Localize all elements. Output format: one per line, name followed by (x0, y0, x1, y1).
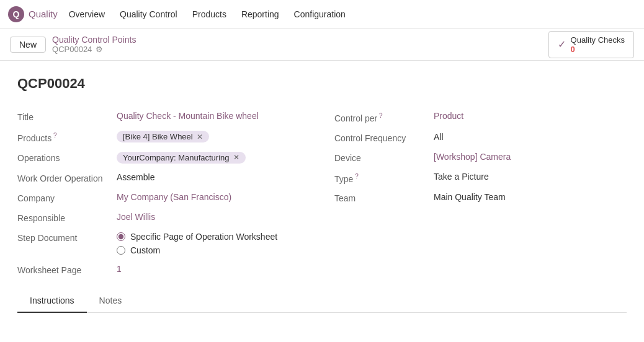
type-value[interactable]: Take a Picture (434, 172, 627, 182)
nav-reporting[interactable]: Reporting (235, 7, 285, 22)
products-row: Products ? [Bike 4] Bike Wheel ✕ (17, 126, 310, 147)
operations-tag-remove[interactable]: ✕ (233, 153, 239, 162)
tab-notes[interactable]: Notes (87, 289, 135, 313)
breadcrumb: Quality Control Points QCP00024 ⚙ (52, 35, 136, 54)
team-row: Team Main Quality Team (334, 188, 627, 208)
step-doc-option2-radio[interactable] (117, 246, 125, 255)
main-content: QCP00024 Title Quality Check - Mountain … (0, 61, 644, 328)
device-label: Device (334, 152, 434, 163)
action-bar: New Quality Control Points QCP00024 ⚙ ✓ … (0, 28, 644, 61)
title-row: Title Quality Check - Mountain Bike whee… (17, 107, 310, 126)
products-help-icon[interactable]: ? (51, 132, 56, 139)
form-right-column: Control per ? Product Control Frequency … (334, 107, 627, 279)
app-logo[interactable]: Q Quality (7, 6, 58, 23)
control-freq-row: Control Frequency All (334, 128, 627, 147)
step-doc-option2-row: Custom (117, 245, 277, 255)
form-section: Title Quality Check - Mountain Bike whee… (17, 107, 627, 279)
operations-value: YourCompany: Manufacturing ✕ (117, 152, 310, 164)
worksheet-page-label: Worksheet Page (17, 264, 117, 275)
step-doc-row: Step Document Specific Page of Operation… (17, 227, 310, 260)
control-per-value[interactable]: Product (434, 111, 627, 121)
step-doc-radio-group: Specific Page of Operation Worksheet Cus… (117, 232, 277, 255)
title-label: Title (17, 111, 117, 122)
form-left-column: Title Quality Check - Mountain Bike whee… (17, 107, 310, 279)
check-icon: ✓ (558, 38, 566, 50)
responsible-row: Responsible Joel Willis (17, 208, 310, 227)
products-value: [Bike 4] Bike Wheel ✕ (117, 131, 310, 142)
breadcrumb-id: QCP00024 (52, 45, 92, 54)
step-doc-option1-label: Specific Page of Operation Worksheet (130, 232, 277, 242)
work-order-label: Work Order Operation (17, 172, 117, 183)
worksheet-page-row: Worksheet Page 1 (17, 260, 310, 279)
control-freq-value[interactable]: All (434, 132, 627, 142)
nav-products[interactable]: Products (186, 7, 233, 22)
quality-checks-label: Quality Checks (571, 35, 625, 45)
gear-icon[interactable]: ⚙ (96, 45, 103, 54)
step-doc-option2-label: Custom (130, 245, 160, 255)
team-label: Team (334, 192, 434, 203)
company-row: Company My Company (San Francisco) (17, 188, 310, 208)
operations-tag: YourCompany: Manufacturing ✕ (117, 152, 246, 164)
type-label: Type ? (334, 172, 434, 184)
quality-checks-count: 0 (571, 45, 575, 54)
worksheet-page-value[interactable]: 1 (117, 264, 310, 274)
action-left: New Quality Control Points QCP00024 ⚙ (10, 35, 136, 54)
work-order-row: Work Order Operation Assemble (17, 168, 310, 188)
products-tag: [Bike 4] Bike Wheel ✕ (117, 131, 209, 142)
responsible-value[interactable]: Joel Willis (117, 212, 310, 222)
step-doc-label: Step Document (17, 232, 117, 243)
breadcrumb-sub: QCP00024 ⚙ (52, 45, 136, 54)
products-tag-remove[interactable]: ✕ (197, 133, 203, 141)
title-value[interactable]: Quality Check - Mountain Bike wheel (117, 111, 310, 121)
top-navigation: Q Quality Overview Quality Control Produ… (0, 0, 644, 28)
nav-overview[interactable]: Overview (63, 7, 111, 22)
type-row: Type ? Take a Picture (334, 167, 627, 188)
control-per-row: Control per ? Product (334, 107, 627, 128)
operations-row: Operations YourCompany: Manufacturing ✕ (17, 147, 310, 168)
control-per-help-icon[interactable]: ? (377, 112, 382, 119)
type-help-icon[interactable]: ? (353, 173, 358, 180)
step-doc-option1-row: Specific Page of Operation Worksheet (117, 232, 277, 242)
team-value[interactable]: Main Quality Team (434, 192, 627, 202)
record-title: QCP00024 (17, 76, 627, 92)
app-name[interactable]: Quality (29, 9, 58, 19)
quality-checks-text: Quality Checks 0 (571, 35, 625, 54)
device-row: Device [Workshop] Camera (334, 147, 627, 167)
new-button[interactable]: New (10, 37, 46, 53)
tabs-bar: Instructions Notes (17, 289, 627, 313)
breadcrumb-title[interactable]: Quality Control Points (52, 35, 136, 45)
operations-label: Operations (17, 152, 117, 163)
work-order-value[interactable]: Assemble (117, 172, 310, 182)
quality-logo-icon: Q (7, 6, 25, 23)
quality-checks-button[interactable]: ✓ Quality Checks 0 (548, 31, 634, 58)
step-doc-option1-radio[interactable] (117, 232, 125, 241)
svg-text:Q: Q (13, 9, 20, 19)
control-freq-label: Control Frequency (334, 132, 434, 143)
nav-quality-control[interactable]: Quality Control (114, 7, 184, 22)
nav-configuration[interactable]: Configuration (288, 7, 352, 22)
products-label: Products ? (17, 131, 117, 143)
company-label: Company (17, 192, 117, 203)
tab-instructions[interactable]: Instructions (17, 289, 87, 313)
device-value[interactable]: [Workshop] Camera (434, 152, 627, 162)
responsible-label: Responsible (17, 212, 117, 223)
company-value[interactable]: My Company (San Francisco) (117, 192, 310, 202)
control-per-label: Control per ? (334, 111, 434, 123)
